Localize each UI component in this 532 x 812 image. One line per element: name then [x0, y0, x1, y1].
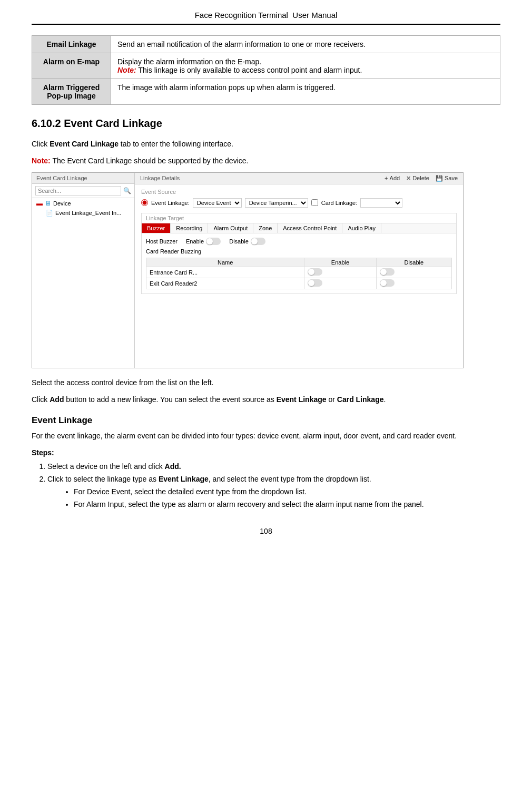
right-panel-title: Linkage Details: [140, 175, 180, 181]
step-1-text: Select a device on the left and click: [47, 462, 165, 471]
table-row-entrance: Entrance Card R...: [146, 267, 452, 278]
tree-sub: 📄 Event Linkage_Event In...: [32, 209, 134, 218]
note-label-emap: Note:: [117, 66, 136, 74]
entrance-name: Entrance Card R...: [146, 267, 304, 278]
entrance-enable-toggle[interactable]: [308, 268, 322, 276]
screenshot-inner: Event Card Linkage 🔍 ▬ 🖥 Device 📄 Event …: [32, 173, 463, 368]
header-subtitle: User Manual: [292, 11, 337, 19]
entrance-disable: [376, 267, 451, 278]
add-icon: +: [385, 175, 388, 181]
note-paragraph: Note: The Event Card Linkage should be s…: [32, 155, 500, 167]
table-row-alarm-emap: Alarm on E-map Display the alarm informa…: [32, 53, 500, 79]
bullet-list: For Device Event, select the detailed ev…: [74, 486, 500, 511]
left-panel: Event Card Linkage 🔍 ▬ 🖥 Device 📄 Event …: [32, 173, 135, 368]
section-heading: 6.10.2 Event Card Linkage: [32, 118, 500, 130]
sub-item-label: Event Linkage_Event In...: [55, 210, 121, 216]
enable-toggle[interactable]: Enable: [186, 238, 221, 245]
section-title: Event Card Linkage: [64, 118, 162, 129]
card-linkage-checkbox[interactable]: [311, 199, 318, 206]
right-panel: Linkage Details + Add ✕ Delete 💾 Save Ev…: [135, 173, 463, 368]
step-1-bold: Add.: [165, 462, 181, 471]
search-bar: 🔍: [32, 184, 134, 198]
device-label: Device: [53, 200, 71, 207]
add-label: Add: [390, 175, 400, 181]
save-icon: 💾: [436, 175, 443, 182]
step-2-text2: , and select the event type from the dro…: [209, 475, 371, 483]
col-disable: Disable: [376, 258, 451, 267]
bullet-2: For Alarm Input, select the type as alar…: [74, 498, 500, 511]
sub-section-heading: Event Linkage: [32, 415, 500, 426]
delete-label: Delete: [412, 175, 429, 181]
device-tampering-select[interactable]: Device Tamperin...: [245, 198, 308, 208]
device-event-select[interactable]: Device Event: [193, 198, 242, 208]
step-1: Select a device on the left and click Ad…: [47, 461, 500, 473]
entrance-disable-toggle[interactable]: [380, 268, 395, 276]
lt-content: Host Buzzer Enable Disable Card Reader B…: [142, 233, 456, 294]
card-linkage-label: Card Linkage:: [321, 200, 358, 206]
click-add-text: Click: [32, 395, 50, 404]
email-linkage-content: Send an email notification of the alarm …: [111, 36, 500, 53]
table-row-email: Email Linkage Send an email notification…: [32, 36, 500, 53]
card-reader-buzzing-label: Card Reader Buzzing: [146, 248, 452, 255]
note-body: The Event Card Linkage should be support…: [51, 156, 249, 165]
tab-zone[interactable]: Zone: [253, 223, 278, 233]
screenshot-box: Event Card Linkage 🔍 ▬ 🖥 Device 📄 Event …: [32, 172, 464, 368]
page-header: Face Recognition Terminal User Manual: [32, 11, 500, 25]
intro-paragraph: Click Event Card Linkage tab to enter th…: [32, 138, 500, 150]
add-button[interactable]: + Add: [385, 175, 400, 181]
event-linkage-radio[interactable]: [141, 199, 148, 206]
alarm-triggered-label: Alarm TriggeredPop-up Image: [32, 79, 111, 105]
tree-device-item[interactable]: ▬ 🖥 Device: [32, 198, 134, 209]
tab-buzzer[interactable]: Buzzer: [142, 223, 171, 233]
alarm-emap-content: Display the alarm information on the E-m…: [111, 53, 500, 79]
or-text: or: [327, 395, 337, 404]
linkage-target: Linkage Target Buzzer Recording Alarm Ou…: [141, 213, 457, 294]
search-icon: 🔍: [123, 187, 131, 194]
device-icon: 🖥: [45, 200, 51, 207]
tab-access-control[interactable]: Access Control Point: [278, 223, 342, 233]
alarm-emap-label: Alarm on E-map: [32, 53, 111, 79]
tab-audio-play[interactable]: Audio Play: [342, 223, 381, 233]
click-add-text2: button to add a new linkage. You can sel…: [64, 395, 276, 404]
header-title: Face Recognition Terminal: [195, 11, 288, 19]
click-add-bold: Add: [50, 395, 64, 404]
col-enable: Enable: [304, 258, 376, 267]
table-row-exit: Exit Card Reader2: [146, 278, 452, 289]
exit-name: Exit Card Reader2: [146, 278, 304, 289]
tab-recording[interactable]: Recording: [171, 223, 208, 233]
tree-sub-item[interactable]: 📄 Event Linkage_Event In...: [43, 209, 134, 218]
tab-alarm-output[interactable]: Alarm Output: [208, 223, 253, 233]
linkage-table: Email Linkage Send an email notification…: [32, 35, 500, 105]
intro-bold: Event Card Linkage: [50, 140, 119, 148]
search-input[interactable]: [35, 186, 121, 195]
bullet-1: For Device Event, select the detailed ev…: [74, 486, 500, 498]
save-button[interactable]: 💾 Save: [436, 175, 458, 182]
delete-icon: ✕: [406, 175, 411, 182]
step-2-text: Click to select the linkage type as: [47, 475, 159, 483]
exit-disable-toggle[interactable]: [380, 279, 395, 287]
click-add-paragraph: Click Add button to add a new linkage. Y…: [32, 394, 500, 405]
intro-text2: tab to enter the following interface.: [119, 140, 233, 148]
exit-enable-toggle[interactable]: [308, 279, 322, 287]
disable-toggle[interactable]: Disable: [229, 238, 265, 245]
select-paragraph: Select the access control device from th…: [32, 377, 500, 388]
card-reader-table: Name Enable Disable Entrance Card R...: [146, 258, 452, 289]
delete-button[interactable]: ✕ Delete: [406, 175, 429, 182]
lt-tabs: Buzzer Recording Alarm Output Zone Acces…: [142, 223, 456, 233]
event-linkage-bold: Event Linkage: [277, 395, 327, 404]
left-panel-title: Event Card Linkage: [32, 173, 134, 184]
alarm-triggered-content: The image with alarm information pops up…: [111, 79, 500, 105]
col-name: Name: [146, 258, 304, 267]
card-linkage-select[interactable]: [360, 198, 402, 208]
event-source-row: Event Linkage: Device Event Device Tampe…: [141, 198, 457, 208]
intro-text: Click: [32, 140, 50, 148]
exit-enable: [304, 278, 376, 289]
step-2-bold1: Event Linkage: [159, 475, 209, 483]
section-number: 6.10.2: [32, 118, 61, 129]
email-linkage-label: Email Linkage: [32, 36, 111, 53]
page-number: 108: [32, 527, 500, 535]
dot: .: [383, 395, 386, 404]
table-row-alarm-triggered: Alarm TriggeredPop-up Image The image wi…: [32, 79, 500, 105]
note-label-main: Note:: [32, 156, 51, 165]
steps-list: Select a device on the left and click Ad…: [47, 461, 500, 511]
